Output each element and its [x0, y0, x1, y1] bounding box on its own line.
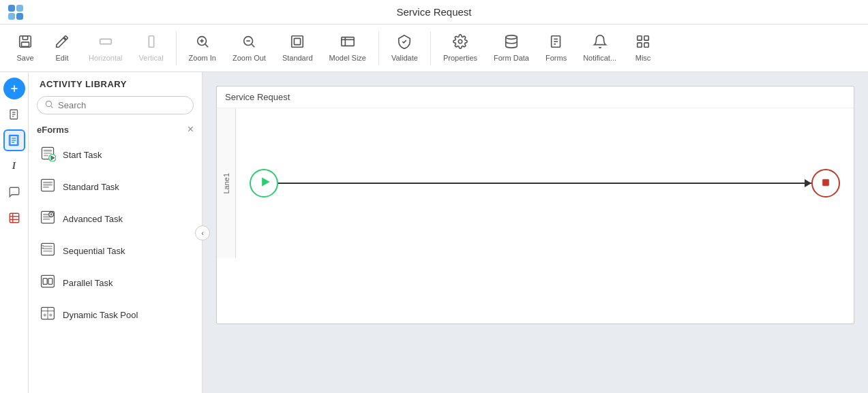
- standard-label: Standard: [282, 54, 313, 62]
- lane-content[interactable]: [236, 108, 854, 258]
- vertical-button[interactable]: Vertical: [132, 31, 170, 65]
- dynamic-task-pool-icon: [40, 305, 56, 325]
- svg-rect-47: [44, 155, 48, 157]
- list-item-advanced-task[interactable]: Advanced Task: [29, 203, 202, 235]
- search-icon: [44, 99, 54, 111]
- add-button[interactable]: [3, 78, 25, 99]
- svg-rect-4: [149, 36, 153, 48]
- header: Service Request: [0, 0, 868, 25]
- forms-button[interactable]: Forms: [539, 31, 573, 65]
- horizontal-icon: [98, 34, 113, 51]
- eforms-header: eForms ×: [29, 121, 202, 139]
- start-node[interactable]: [250, 169, 278, 198]
- svg-rect-53: [43, 187, 49, 188]
- zoom-out-button[interactable]: Zoom Out: [226, 31, 273, 65]
- svg-point-73: [44, 313, 46, 316]
- notifications-label: Notificat...: [583, 54, 616, 62]
- sep3: [430, 31, 431, 65]
- validate-button[interactable]: Validate: [385, 31, 425, 65]
- svg-rect-24: [644, 36, 648, 40]
- diagram-container: Service Request Lane1: [216, 86, 854, 324]
- canvas-area[interactable]: Service Request Lane1: [203, 72, 868, 393]
- nav-item-1[interactable]: [3, 104, 25, 125]
- nav-item-2[interactable]: [3, 129, 25, 151]
- nav-item-4[interactable]: [3, 181, 25, 203]
- toolbar: Save Edit Horizontal Vertical: [0, 25, 868, 72]
- sidebar-collapse-button[interactable]: ‹: [195, 225, 210, 240]
- form-data-icon: [504, 34, 519, 51]
- end-node[interactable]: [811, 169, 840, 198]
- list-item-standard-task[interactable]: Standard Task: [29, 171, 202, 203]
- notifications-button[interactable]: Notificat...: [576, 31, 623, 65]
- svg-point-74: [49, 313, 52, 316]
- vertical-icon: [144, 34, 159, 51]
- zoom-out-label: Zoom Out: [233, 54, 266, 62]
- activity-list: Start Task Standard Task: [29, 139, 202, 386]
- eforms-close-button[interactable]: ×: [188, 124, 194, 135]
- validate-label: Validate: [391, 54, 418, 62]
- misc-label: Misc: [635, 54, 651, 62]
- svg-rect-45: [44, 150, 52, 152]
- list-item-parallel-task[interactable]: Parallel Task: [29, 267, 202, 299]
- svg-rect-1: [23, 36, 27, 40]
- parallel-task-icon: [40, 273, 56, 293]
- svg-line-43: [51, 106, 53, 108]
- vertical-label: Vertical: [139, 54, 164, 62]
- form-data-button[interactable]: Form Data: [487, 31, 536, 65]
- sequential-task-icon: [40, 241, 56, 261]
- svg-rect-3: [100, 39, 112, 44]
- nav-item-5[interactable]: [3, 207, 25, 229]
- edit-label: Edit: [56, 54, 69, 62]
- diagram-title: Service Request: [217, 87, 854, 108]
- save-button[interactable]: Save: [8, 31, 42, 65]
- connector-line: [278, 183, 811, 184]
- model-size-button[interactable]: Model Size: [323, 31, 373, 65]
- horizontal-label: Horizontal: [89, 54, 123, 62]
- svg-rect-13: [295, 38, 301, 44]
- svg-rect-23: [638, 36, 642, 40]
- list-item-dynamic-task-pool[interactable]: Dynamic Task Pool: [29, 299, 202, 331]
- logo[interactable]: [8, 5, 23, 20]
- svg-rect-68: [43, 279, 47, 285]
- properties-button[interactable]: Properties: [436, 31, 484, 65]
- parallel-task-label: Parallel Task: [63, 278, 113, 288]
- nav-item-3[interactable]: I: [3, 155, 25, 177]
- properties-icon: [453, 34, 468, 51]
- save-icon: [18, 34, 33, 51]
- horizontal-button[interactable]: Horizontal: [82, 31, 130, 65]
- svg-rect-55: [43, 214, 49, 215]
- sep1: [176, 31, 177, 65]
- notifications-icon: [593, 34, 608, 51]
- svg-rect-69: [48, 279, 53, 285]
- svg-rect-62: [43, 246, 53, 247]
- standard-button[interactable]: Standard: [275, 31, 320, 65]
- svg-rect-38: [10, 213, 19, 223]
- advanced-task-icon: [40, 209, 56, 229]
- main-area: I ACTIVITY LIBRARY eForms: [0, 72, 868, 393]
- svg-rect-46: [44, 153, 52, 154]
- misc-button[interactable]: Misc: [626, 31, 660, 65]
- zoom-in-label: Zoom In: [189, 54, 216, 62]
- dynamic-task-pool-label: Dynamic Task Pool: [63, 310, 138, 320]
- svg-point-17: [458, 40, 462, 44]
- page-title: Service Request: [396, 6, 471, 18]
- list-item-sequential-task[interactable]: Sequential Task: [29, 235, 202, 267]
- svg-line-8: [205, 44, 208, 47]
- zoom-in-button[interactable]: Zoom In: [182, 31, 223, 65]
- forms-label: Forms: [545, 54, 567, 62]
- search-input[interactable]: [58, 100, 186, 110]
- edit-icon: [55, 34, 70, 51]
- search-box[interactable]: [37, 96, 194, 114]
- zoom-out-icon: [241, 34, 256, 51]
- sep2: [378, 31, 379, 65]
- edit-button[interactable]: Edit: [45, 31, 79, 65]
- lane-label: Lane1: [222, 173, 230, 194]
- svg-rect-57: [43, 219, 50, 220]
- properties-label: Properties: [443, 54, 477, 62]
- svg-rect-2: [22, 42, 29, 46]
- icon-bar: I: [0, 72, 29, 393]
- start-task-icon: [40, 145, 56, 165]
- svg-rect-25: [638, 43, 642, 47]
- list-item-start-task[interactable]: Start Task: [29, 139, 202, 171]
- svg-line-11: [252, 44, 255, 47]
